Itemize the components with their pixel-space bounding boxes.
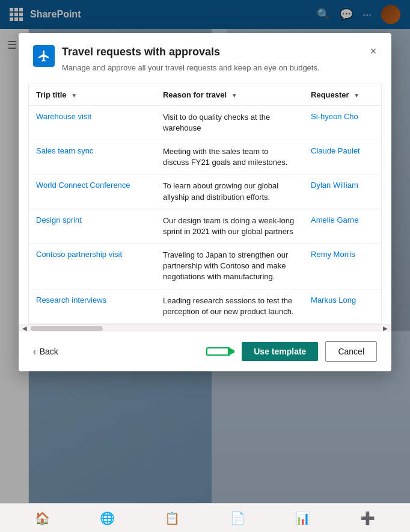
modal-description: Manage and approve all your travel reque… xyxy=(62,63,377,73)
modal-overlay: Travel requests with approvals Manage an… xyxy=(0,0,410,532)
sort-icon-trip-title: ▼ xyxy=(71,92,77,99)
cell-requester: Si-hyeon Cho xyxy=(304,105,381,140)
trip-title-link[interactable]: Design sprint xyxy=(36,215,82,224)
nav-globe-icon[interactable]: 🌐 xyxy=(100,511,115,525)
cell-reason: Our design team is doing a week-long spr… xyxy=(156,209,304,243)
reason-text: Meeting with the sales team to discuss F… xyxy=(163,147,287,167)
table-row: Research interviews Leading research ses… xyxy=(29,289,381,323)
table-row: World Connect Conference To learn about … xyxy=(29,175,381,209)
cell-reason: Meeting with the sales team to discuss F… xyxy=(156,140,304,174)
cell-trip-title: Research interviews xyxy=(29,289,156,323)
requester-link[interactable]: Dylan William xyxy=(311,181,358,190)
nav-list-icon[interactable]: 📋 xyxy=(165,511,180,525)
back-label: Back xyxy=(40,347,58,356)
reason-text: To learn about growing our global allysh… xyxy=(163,181,278,201)
arrow-decoration xyxy=(206,343,234,360)
nav-chart-icon[interactable]: 📊 xyxy=(295,511,310,525)
table-wrapper[interactable]: Trip title ▼ Reason for travel ▼ Request… xyxy=(29,84,381,324)
cell-reason: Leading research sessions to test the pe… xyxy=(156,289,304,323)
plane-icon xyxy=(37,49,50,63)
requester-link[interactable]: Markus Long xyxy=(311,295,356,305)
trip-title-link[interactable]: Warehouse visit xyxy=(36,112,91,121)
requester-link[interactable]: Amelie Garne xyxy=(311,215,358,224)
cell-trip-title: Warehouse visit xyxy=(29,105,156,140)
col-header-requester[interactable]: Requester ▼ xyxy=(304,84,381,106)
cell-trip-title: Sales team sync xyxy=(29,140,156,174)
cell-reason: To learn about growing our global allysh… xyxy=(156,175,304,209)
modal-title-group: Travel requests with approvals Manage an… xyxy=(62,45,377,74)
sort-icon-requester: ▼ xyxy=(353,92,360,99)
svg-rect-1 xyxy=(207,348,230,355)
nav-document-icon[interactable]: 📄 xyxy=(230,511,245,525)
table-body: Warehouse visit Visit to do quality chec… xyxy=(29,105,381,323)
reason-text: Our design team is doing a week-long spr… xyxy=(163,216,294,236)
scroll-left-button[interactable]: ◀ xyxy=(19,325,31,332)
table-row: Design sprint Our design team is doing a… xyxy=(29,209,381,243)
col-header-trip-title[interactable]: Trip title ▼ xyxy=(29,84,156,106)
cell-requester: Dylan William xyxy=(304,175,381,209)
trip-title-link[interactable]: Research interviews xyxy=(36,295,106,305)
modal-header: Travel requests with approvals Manage an… xyxy=(19,33,391,84)
col-header-reason[interactable]: Reason for travel ▼ xyxy=(156,84,304,106)
table-header-row: Trip title ▼ Reason for travel ▼ Request… xyxy=(29,84,381,106)
cell-requester: Claude Paulet xyxy=(304,140,381,174)
cancel-button[interactable]: Cancel xyxy=(325,341,377,362)
modal-icon xyxy=(33,45,55,67)
trip-title-link[interactable]: Sales team sync xyxy=(36,146,93,155)
arrow-icon xyxy=(206,343,234,360)
table-container: Trip title ▼ Reason for travel ▼ Request… xyxy=(28,84,382,324)
modal-dialog: Travel requests with approvals Manage an… xyxy=(19,33,391,371)
use-template-button[interactable]: Use template xyxy=(242,342,318,361)
scroll-thumb[interactable] xyxy=(31,326,103,331)
sort-icon-reason: ▼ xyxy=(231,92,237,99)
cell-trip-title: Contoso partnership visit xyxy=(29,244,156,289)
reason-text: Visit to do quality checks at the wareho… xyxy=(163,113,270,132)
modal-footer: ‹ Back Use template Cancel xyxy=(19,332,391,371)
scroll-right-button[interactable]: ▶ xyxy=(379,325,391,332)
cell-trip-title: Design sprint xyxy=(29,209,156,243)
reason-text: Traveling to Japan to strengthen our par… xyxy=(163,250,288,281)
table-row: Sales team sync Meeting with the sales t… xyxy=(29,140,381,174)
cell-trip-title: World Connect Conference xyxy=(29,175,156,209)
reason-text: Leading research sessions to test the pe… xyxy=(163,296,294,316)
cell-requester: Amelie Garne xyxy=(304,209,381,243)
bottom-nav: 🏠 🌐 📋 📄 📊 ➕ xyxy=(0,503,410,532)
trip-title-link[interactable]: World Connect Conference xyxy=(36,181,130,190)
requester-link[interactable]: Remy Morris xyxy=(311,250,355,259)
table-row: Warehouse visit Visit to do quality chec… xyxy=(29,105,381,140)
back-chevron-icon: ‹ xyxy=(33,347,36,356)
horizontal-scrollbar[interactable]: ◀ ▶ xyxy=(19,324,391,332)
cell-reason: Traveling to Japan to strengthen our par… xyxy=(156,244,304,289)
cell-reason: Visit to do quality checks at the wareho… xyxy=(156,105,304,140)
back-button[interactable]: ‹ Back xyxy=(33,347,58,356)
requester-link[interactable]: Si-hyeon Cho xyxy=(311,112,358,121)
trip-title-link[interactable]: Contoso partnership visit xyxy=(36,250,122,259)
cell-requester: Remy Morris xyxy=(304,244,381,289)
nav-home-icon[interactable]: 🏠 xyxy=(35,511,50,525)
data-table: Trip title ▼ Reason for travel ▼ Request… xyxy=(29,84,381,324)
cell-requester: Markus Long xyxy=(304,289,381,323)
close-button[interactable]: × xyxy=(365,43,382,60)
nav-add-icon[interactable]: ➕ xyxy=(360,511,375,525)
requester-link[interactable]: Claude Paulet xyxy=(311,146,360,155)
modal-title: Travel requests with approvals xyxy=(62,45,377,59)
table-row: Contoso partnership visit Traveling to J… xyxy=(29,244,381,289)
